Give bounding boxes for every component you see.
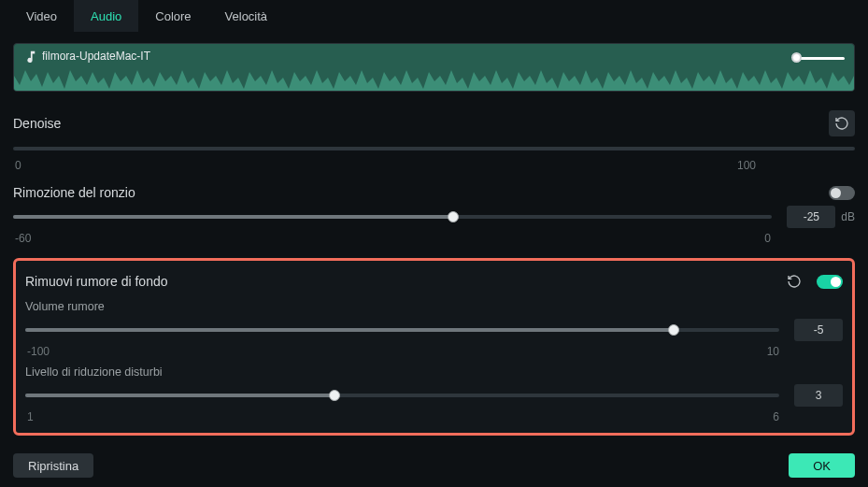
bgnoise-volume-value[interactable]: -5 xyxy=(794,319,843,341)
hum-value[interactable]: -25 xyxy=(787,206,835,228)
bgnoise-level-max: 6 xyxy=(773,410,779,423)
reset-button[interactable]: Ripristina xyxy=(13,453,93,478)
tab-video[interactable]: Video xyxy=(9,0,74,32)
tab-bar: Video Audio Colore Velocità xyxy=(0,0,868,32)
section-bgnoise-highlight: Rimuovi rumore di fondo Volume rumore -5 xyxy=(13,258,855,436)
denoise-title: Denoise xyxy=(13,116,61,131)
reset-icon xyxy=(787,274,802,289)
audio-track[interactable]: filmora-UpdateMac-IT xyxy=(13,43,855,92)
denoise-slider[interactable] xyxy=(13,142,855,155)
hum-min: -60 xyxy=(15,232,31,245)
bgnoise-volume-min: -100 xyxy=(27,345,50,358)
track-volume-knob[interactable] xyxy=(791,52,802,63)
hum-title: Rimozione del ronzio xyxy=(13,185,135,200)
bgnoise-reset-button[interactable] xyxy=(781,268,807,294)
tab-color[interactable]: Colore xyxy=(138,0,207,32)
denoise-max: 100 xyxy=(737,159,756,172)
hum-unit: dB xyxy=(841,210,855,223)
track-name: filmora-UpdateMac-IT xyxy=(42,50,150,63)
bgnoise-volume-max: 10 xyxy=(767,345,779,358)
bgnoise-level-label: Livello di riduzione disturbi xyxy=(25,365,843,379)
hum-max: 0 xyxy=(764,232,771,245)
bgnoise-title: Rimuovi rumore di fondo xyxy=(25,274,168,289)
bgnoise-volume-slider[interactable] xyxy=(25,323,779,337)
bgnoise-level-min: 1 xyxy=(27,410,34,423)
section-denoise: Denoise 0 100 xyxy=(13,110,855,172)
tab-speed[interactable]: Velocità xyxy=(208,0,285,32)
waveform-icon xyxy=(14,64,855,91)
section-hum: Rimozione del ronzio -25 dB -60 0 xyxy=(13,185,855,245)
hum-slider[interactable] xyxy=(13,210,772,223)
music-note-icon xyxy=(23,50,36,63)
audio-panel: filmora-UpdateMac-IT Denoise 0 100 xyxy=(0,32,868,436)
bgnoise-level-value[interactable]: 3 xyxy=(794,384,843,407)
footer: Ripristina OK xyxy=(0,446,868,487)
bgnoise-level-slider[interactable] xyxy=(25,389,779,402)
denoise-min: 0 xyxy=(15,159,21,172)
ok-button[interactable]: OK xyxy=(789,453,855,478)
bgnoise-volume-label: Volume rumore xyxy=(25,300,843,313)
track-label: filmora-UpdateMac-IT xyxy=(23,50,150,63)
hum-toggle[interactable] xyxy=(829,186,855,200)
track-volume-line[interactable] xyxy=(797,57,845,60)
reset-icon xyxy=(834,116,849,131)
denoise-reset-button[interactable] xyxy=(829,110,855,136)
bgnoise-toggle[interactable] xyxy=(817,275,843,289)
tab-audio[interactable]: Audio xyxy=(74,0,138,32)
